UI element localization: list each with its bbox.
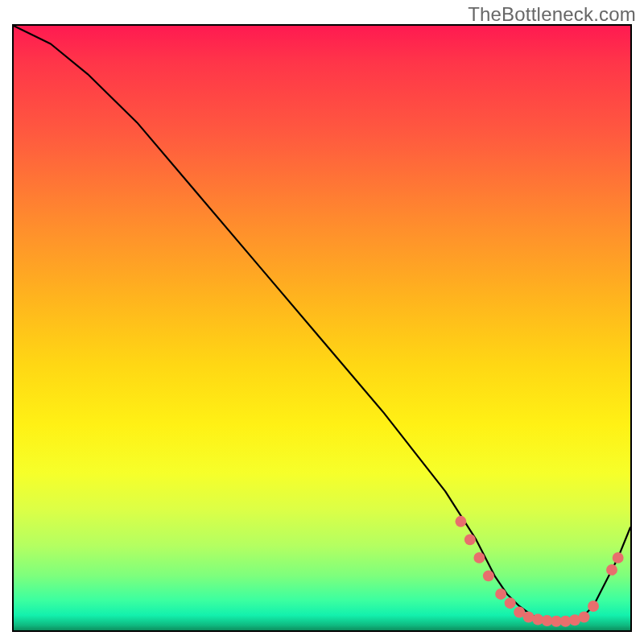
chart-svg xyxy=(14,26,630,630)
marker-dot xyxy=(606,564,617,576)
marker-dot xyxy=(495,588,506,600)
marker-dot xyxy=(588,601,599,612)
marker-layer xyxy=(455,516,623,627)
plot-frame xyxy=(12,24,632,632)
marker-dot xyxy=(464,534,476,545)
chart-stage: TheBottleneck.com xyxy=(0,0,644,644)
plot-area xyxy=(14,26,630,630)
marker-dot xyxy=(455,516,466,527)
marker-dot xyxy=(505,597,516,609)
line-layer xyxy=(14,26,630,621)
marker-dot xyxy=(473,552,485,564)
marker-dot xyxy=(483,570,494,581)
marker-dot xyxy=(579,612,590,623)
curve-line xyxy=(14,26,630,621)
marker-dot xyxy=(613,552,624,564)
watermark-text: TheBottleneck.com xyxy=(468,3,636,26)
